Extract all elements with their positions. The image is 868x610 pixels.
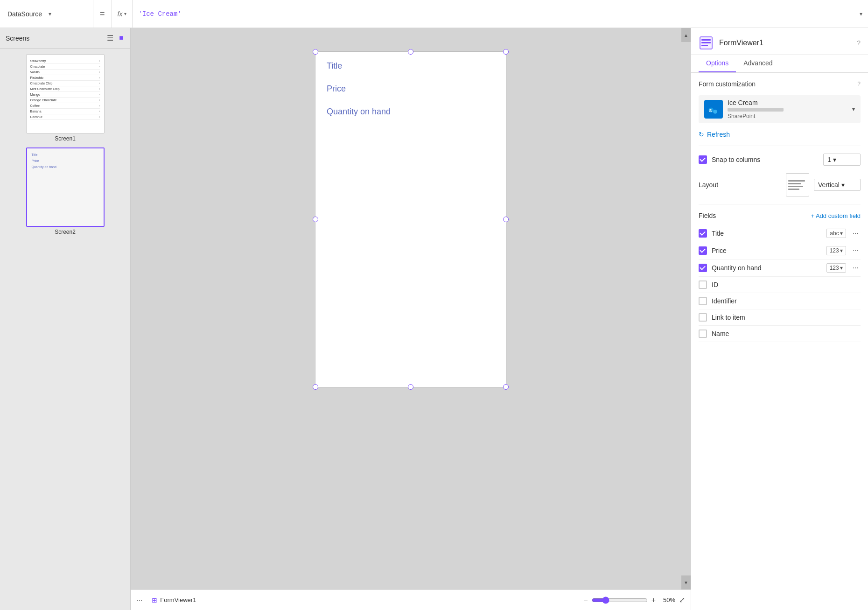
datasource-subtitle	[728, 106, 847, 113]
screens-title: Screens	[6, 35, 106, 42]
handle-middle-right[interactable]	[503, 217, 509, 222]
field-checkbox-id[interactable]	[699, 280, 707, 289]
tab-options[interactable]: Options	[699, 55, 736, 72]
field-more-title[interactable]: ···	[851, 229, 861, 238]
form-customization-label: Form customization	[699, 80, 854, 88]
datasource-chevron-icon: ▾	[49, 11, 86, 17]
handle-top-right[interactable]	[503, 49, 509, 55]
sharepoint-icon: S	[704, 100, 723, 119]
form-field-qty: Quantity on hand	[315, 98, 506, 120]
formviewer1-tab[interactable]: ⊞ FormViewer1	[148, 595, 200, 606]
datasource-name: Ice Cream	[728, 99, 847, 106]
snap-label: Snap to columns	[712, 156, 819, 163]
form-field-price: Price	[315, 75, 506, 98]
layout-line-4	[788, 189, 799, 190]
field-checkbox-identifier[interactable]	[699, 297, 707, 305]
datasource-dropdown[interactable]: DataSource ▾	[0, 0, 93, 28]
snap-chevron-icon: ▾	[833, 156, 836, 163]
fields-section: Fields + Add custom field Title abc ▾ ··…	[699, 212, 861, 342]
fields-title: Fields	[699, 212, 811, 219]
screen2-item[interactable]: Title Price Quantity on hand Screen2	[6, 147, 125, 235]
handle-bottom-right[interactable]	[503, 384, 509, 390]
screen2-content: Title Price Quantity on hand	[27, 148, 104, 176]
field-name-price: Price	[712, 247, 822, 254]
field-row-title: Title abc ▾ ···	[699, 225, 861, 242]
svg-rect-1	[701, 39, 711, 41]
handle-middle-left[interactable]	[313, 217, 318, 222]
snap-value-select[interactable]: 1 ▾	[823, 154, 861, 166]
panel-title: FormViewer1	[719, 39, 851, 47]
field-name-identifier: Identifier	[712, 297, 861, 305]
svg-text:S: S	[709, 108, 712, 113]
datasource-type: SharePoint	[728, 113, 847, 119]
bottom-ellipsis-button[interactable]: ···	[136, 596, 142, 604]
form-customization-help-icon[interactable]: ?	[857, 81, 861, 87]
formula-chevron-icon[interactable]: ▾	[860, 11, 862, 17]
list-item: Mint Chocolate Chip›	[30, 86, 100, 92]
scroll-up-button[interactable]: ▲	[681, 28, 691, 42]
fx-chevron-icon: ▾	[124, 11, 126, 16]
formula-input[interactable]	[138, 10, 860, 18]
panel-body: Form customization ? S Ice Cream	[691, 73, 868, 610]
handle-top-left[interactable]	[313, 49, 318, 55]
refresh-button[interactable]: ↻ Refresh	[699, 131, 861, 146]
field-checkbox-qty[interactable]	[699, 264, 707, 272]
formviewer-panel-icon	[699, 35, 714, 50]
layout-select[interactable]: Vertical ▾	[814, 179, 861, 191]
screen1-label: Screen1	[55, 135, 76, 142]
form-canvas[interactable]: Title Price Quantity on hand	[315, 51, 506, 387]
field-more-qty[interactable]: ···	[851, 264, 861, 272]
snap-checkbox[interactable]	[699, 155, 707, 164]
s2-field-qty: Quantity on hand	[32, 165, 99, 168]
formviewer-label: FormViewer1	[160, 596, 196, 603]
field-type-label-qty: 123	[830, 265, 839, 271]
equals-button[interactable]: =	[93, 0, 112, 28]
svg-rect-3	[701, 45, 708, 46]
screens-icons: ☰ ■	[106, 33, 125, 43]
field-checkbox-title[interactable]	[699, 229, 707, 238]
add-field-label: + Add custom field	[811, 212, 861, 219]
zoom-plus-button[interactable]: +	[651, 596, 656, 604]
screen1-item[interactable]: Strawberry› Chocolate› Vanilla› Pistachi…	[6, 54, 125, 142]
list-item: Chocolate›	[30, 64, 100, 70]
panel-help-icon[interactable]: ?	[857, 39, 861, 47]
field-checkbox-name[interactable]	[699, 330, 707, 338]
zoom-minus-button[interactable]: −	[583, 596, 588, 604]
fx-toggle[interactable]: fx ▾	[118, 0, 133, 28]
grid-view-icon[interactable]: ■	[118, 33, 125, 43]
field-checkbox-link[interactable]	[699, 313, 707, 322]
field-row-identifier: Identifier	[699, 293, 861, 309]
fit-screen-icon[interactable]: ⤢	[679, 596, 685, 604]
s2-field-price: Price	[32, 159, 99, 162]
field-type-qty[interactable]: 123 ▾	[826, 263, 846, 273]
zoom-slider[interactable]	[592, 596, 648, 604]
handle-top-center[interactable]	[408, 49, 413, 55]
layout-value: Vertical	[818, 181, 840, 189]
handle-bottom-left[interactable]	[313, 384, 318, 390]
datasource-card[interactable]: S Ice Cream SharePoint ▾	[699, 95, 861, 123]
list-item: Banana›	[30, 109, 100, 114]
list-item: Coffee›	[30, 103, 100, 109]
list-view-icon[interactable]: ☰	[106, 33, 114, 43]
svg-point-6	[713, 110, 717, 114]
field-more-price[interactable]: ···	[851, 246, 861, 255]
scroll-down-button[interactable]: ▼	[681, 575, 691, 589]
handle-bottom-center[interactable]	[408, 384, 413, 390]
screen1-thumbnail: Strawberry› Chocolate› Vanilla› Pistachi…	[26, 54, 105, 133]
refresh-label: Refresh	[707, 131, 730, 138]
screen2-label: Screen2	[55, 229, 76, 235]
field-type-price[interactable]: 123 ▾	[826, 246, 846, 255]
tab-advanced[interactable]: Advanced	[736, 55, 780, 72]
field-checkbox-price[interactable]	[699, 246, 707, 255]
add-custom-field-button[interactable]: + Add custom field	[811, 212, 861, 219]
datasource-chevron-icon[interactable]: ▾	[852, 106, 855, 112]
list-item: Coconut›	[30, 114, 100, 120]
field-row-link: Link to item	[699, 309, 861, 326]
layout-chevron-icon: ▾	[841, 181, 845, 189]
s2-field-title: Title	[32, 153, 99, 156]
field-type-title[interactable]: abc ▾	[826, 229, 846, 238]
screens-header: Screens ☰ ■	[0, 28, 130, 49]
list-item: Vanilla›	[30, 70, 100, 75]
zoom-slider-container	[592, 596, 648, 604]
screen2-thumbnail: Title Price Quantity on hand	[26, 147, 105, 227]
